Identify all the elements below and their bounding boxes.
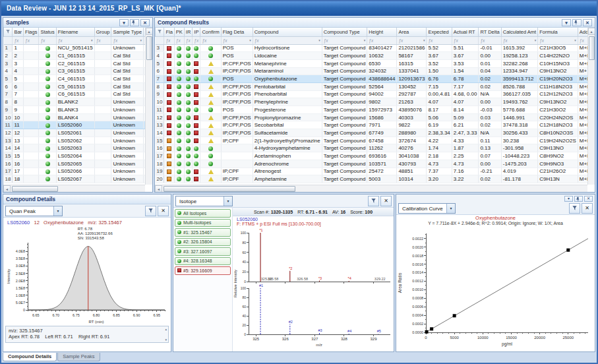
- compound-row[interactable]: 3POSHydrocortisoneTarget Compound8340142…: [156, 44, 595, 52]
- filter-cell-12[interactable]: ƒx: [452, 36, 479, 44]
- compounds-vertical-scrollbar[interactable]: ▲: [587, 28, 595, 185]
- sample-row[interactable]: 1111LS052060Unknown: [4, 121, 153, 129]
- filter-cell-15[interactable]: ƒx▾: [538, 36, 578, 44]
- isotope-item[interactable]: #2: 326.15804: [175, 238, 231, 247]
- filter-cell-0[interactable]: [156, 36, 164, 44]
- col-header-expected[interactable]: Expected: [427, 28, 452, 36]
- samples-vertical-scrollbar[interactable]: ▲: [145, 28, 152, 185]
- compounds-horizontal-scrollbar[interactable]: ◄: [155, 185, 587, 192]
- filter-cell-4[interactable]: ƒx: [193, 36, 200, 44]
- col-header-group[interactable]: Group: [94, 28, 111, 36]
- col-header-flags[interactable]: Flags: [24, 28, 39, 36]
- filter-dropdown-icon[interactable]: ▾: [318, 38, 320, 42]
- calibration-view-selector[interactable]: Calibration Curve ▾: [398, 203, 456, 214]
- isotope-item[interactable]: #5: 329.16609: [175, 266, 231, 275]
- filter-dropdown-icon[interactable]: ▾: [535, 38, 537, 42]
- filter-funnel-button[interactable]: [569, 203, 580, 214]
- col-header-compound[interactable]: Compound: [253, 28, 322, 36]
- sample-row[interactable]: 1717LS052066Unknown: [4, 167, 153, 175]
- compound-row[interactable]: 19IP,CPFAltrenogestTarget Compound254724…: [156, 167, 595, 175]
- close-icon[interactable]: ✕: [140, 19, 150, 26]
- quan-peak-selector[interactable]: Quan Peak ▾: [5, 206, 63, 216]
- filter-cell-4[interactable]: ƒx▾: [56, 36, 94, 44]
- filter-cell-5[interactable]: ƒx: [94, 36, 111, 44]
- col-header-ip[interactable]: IP: [193, 28, 200, 36]
- sample-row[interactable]: 1313LS052062Unknown: [4, 136, 153, 144]
- close-chart-button[interactable]: ✕: [582, 203, 593, 214]
- col-header-fla[interactable]: Fla: [164, 28, 174, 36]
- pin-icon[interactable]: [574, 196, 583, 202]
- sample-row[interactable]: 66C5_061515Cal Std5: [4, 82, 153, 90]
- sample-row[interactable]: 1515LS052064Unknown: [4, 152, 153, 160]
- filter-cell-6[interactable]: ƒx▾: [221, 36, 253, 44]
- filter-dropdown-icon[interactable]: ▾: [423, 38, 425, 42]
- col-header-actual-rt[interactable]: Actual RT: [452, 28, 479, 36]
- filter-funnel-button[interactable]: [368, 196, 379, 206]
- col-header-filename[interactable]: Filename: [56, 28, 94, 36]
- compound-row[interactable]: 5IP,CPF,POSMetanephrineTarget Compound65…: [156, 59, 595, 67]
- tab-compound-details[interactable]: Compound Details: [3, 353, 57, 361]
- close-icon[interactable]: ✕: [583, 19, 592, 26]
- compound-row[interactable]: 20IP,CPFAmphetamineTarget Compound500310…: [156, 175, 595, 183]
- compounds-vscroll-thumb[interactable]: [589, 36, 595, 60]
- filter-dropdown-icon[interactable]: ▾: [91, 38, 93, 42]
- compound-row[interactable]: 11POSProgesteroneTarget Compound15972973…: [156, 106, 595, 114]
- filter-cell-10[interactable]: ƒx▾: [397, 36, 427, 44]
- sample-row[interactable]: 99BLANK3Unknown: [4, 106, 153, 114]
- scroll-up-icon[interactable]: ▲: [146, 28, 153, 35]
- sample-row[interactable]: 77C6_061515Cal Std6: [4, 90, 153, 98]
- compound-row[interactable]: 13IP,CPF,POSSecobarbitalTarget Compound7…: [156, 121, 595, 129]
- filter-cell-13[interactable]: ƒx: [479, 36, 501, 44]
- compounds-hscroll-thumb[interactable]: [164, 186, 295, 192]
- filter-cell-2[interactable]: ƒx: [174, 36, 184, 44]
- filter-cell-3[interactable]: ƒx: [39, 36, 56, 44]
- sample-row[interactable]: 33C2_061515Cal Std2: [4, 59, 153, 67]
- compound-row[interactable]: 164-HydroxyamphetamineTarget Compound112…: [156, 144, 595, 152]
- filter-cell-2[interactable]: ƒx: [24, 36, 39, 44]
- compound-row[interactable]: 10IP,CPF,POSPhenylephrineTarget Compound…: [156, 98, 595, 106]
- sample-row[interactable]: 1414LS052063Unknown: [4, 144, 153, 152]
- isotope-item[interactable]: #4: 328.16348: [175, 257, 231, 266]
- filter-cell-11[interactable]: ƒx: [427, 36, 452, 44]
- col-header--[interactable]: [156, 28, 164, 36]
- spinner-up-icon[interactable]: ▴: [165, 327, 167, 331]
- col-header--[interactable]: [4, 28, 13, 36]
- col-header-flag-deta[interactable]: Flag Deta: [221, 28, 253, 36]
- compound-row[interactable]: 15IP,CPF2(1-hydroxyethyl)PromazineTarget…: [156, 136, 595, 144]
- isotope-item[interactable]: #1: 325.15467: [175, 228, 231, 237]
- pin-icon[interactable]: [572, 19, 582, 26]
- filter-cell-5[interactable]: ƒx: [200, 36, 221, 44]
- panel-menu-chevron-icon[interactable]: ▾: [562, 19, 571, 26]
- scroll-left-icon[interactable]: ◄: [155, 185, 162, 193]
- filter-dropdown-icon[interactable]: ▾: [364, 38, 366, 42]
- sample-row[interactable]: 44C3_061515Cal Std3: [4, 67, 153, 75]
- sample-row[interactable]: 11NCU_5051415Unknown: [4, 44, 153, 52]
- close-chart-button[interactable]: ✕: [158, 206, 169, 216]
- samples-hscroll-thumb[interactable]: [12, 186, 58, 192]
- sample-row[interactable]: 1616LS052065Unknown: [4, 160, 153, 167]
- spinner-down-icon[interactable]: ▾: [165, 338, 167, 342]
- sample-row[interactable]: 22C1_061515Cal Std1: [4, 52, 153, 60]
- col-header-compound-type[interactable]: Compound Type: [322, 28, 367, 36]
- filter-cell-1[interactable]: ƒx: [164, 36, 174, 44]
- close-chart-button[interactable]: ✕: [380, 196, 392, 206]
- scroll-left-icon[interactable]: ◄: [3, 185, 11, 193]
- filter-dropdown-icon[interactable]: ▾: [574, 38, 576, 42]
- col-header-pk[interactable]: PK: [174, 28, 184, 36]
- sample-row[interactable]: 88BLANK2Unknown: [4, 98, 153, 106]
- filter-cell-7[interactable]: ƒx▾: [253, 36, 322, 44]
- sample-row[interactable]: 55C4_061515Cal Std4: [4, 75, 153, 83]
- panel-menu-chevron-icon[interactable]: ▾: [564, 196, 573, 202]
- compound-row[interactable]: 4POSLidocaineTarget Compound10632581673.…: [156, 52, 595, 60]
- compound-row[interactable]: 8IP,CPF,POSPentobarbitalTarget Compound5…: [156, 82, 595, 90]
- samples-horizontal-scrollbar[interactable]: ◄: [3, 185, 145, 192]
- pin-icon[interactable]: [130, 19, 139, 26]
- col-header-status[interactable]: Status: [39, 28, 56, 36]
- filter-cell-3[interactable]: ƒx: [184, 36, 193, 44]
- compound-row[interactable]: 12IP,CPF,POSPropionylpromazineTarget Com…: [156, 113, 595, 121]
- col-header-area[interactable]: Area: [397, 28, 427, 36]
- filter-cell-9[interactable]: ƒx: [367, 36, 397, 44]
- compound-row[interactable]: 7POSOxyphenbutazoneTarget Compound438688…: [156, 75, 595, 83]
- col-header-rt-delta[interactable]: RT Delta: [479, 28, 501, 36]
- col-header-bar[interactable]: Bar: [13, 28, 24, 36]
